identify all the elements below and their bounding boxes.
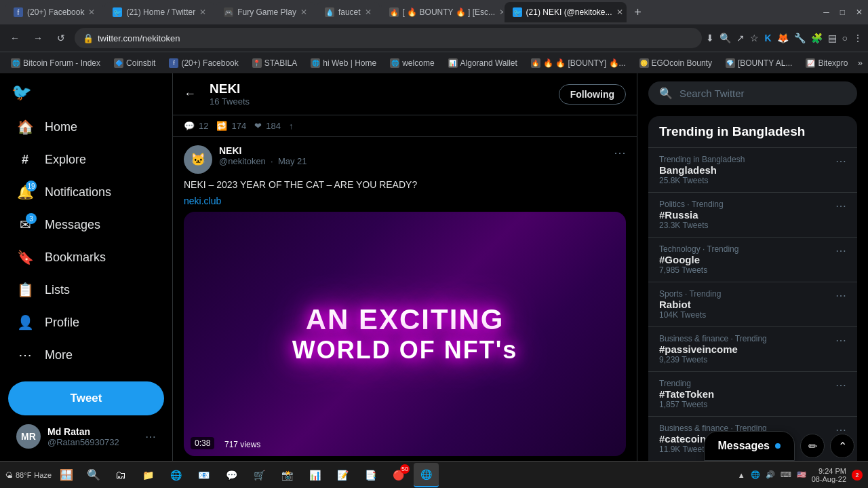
tab-faucet[interactable]: 💧 faucet ✕ <box>317 2 380 22</box>
notification-dot[interactable]: 2 <box>852 470 863 481</box>
following-button[interactable]: Following <box>559 84 626 105</box>
taskbar-clock[interactable]: 9:24 PM 08-Aug-22 <box>812 467 846 483</box>
tab-fury[interactable]: 🎮 Fury Game Play ✕ <box>216 2 315 22</box>
new-tab-button[interactable]: + <box>628 2 648 22</box>
taskbar-app-store[interactable]: 🛒 <box>247 463 272 487</box>
trend-more-icon[interactable]: ⋯ <box>835 244 846 257</box>
taskbar-app-excel[interactable]: 📊 <box>302 463 328 487</box>
sidebar-item-home[interactable]: 🏠 Home <box>8 111 164 143</box>
tab-facebook[interactable]: f (20+) Facebook ✕ <box>5 2 103 22</box>
trend-item-rabiot[interactable]: Sports · Trending Rabiot 104K Tweets ⋯ <box>648 282 857 326</box>
twitter-logo[interactable]: 🐦 <box>8 79 35 106</box>
tab-close[interactable]: ✕ <box>88 7 95 17</box>
minimize-button[interactable]: ─ <box>823 7 829 17</box>
tweet-link[interactable]: neki.club <box>184 195 626 206</box>
extension3-icon[interactable]: 🧩 <box>811 33 823 43</box>
share-icon[interactable]: ↗ <box>736 33 745 43</box>
more-bookmarks-button[interactable]: » <box>858 58 863 68</box>
taskbar-start-button[interactable]: 🪟 <box>54 463 79 487</box>
tab-close[interactable]: ✕ <box>499 7 503 17</box>
taskbar-search-button[interactable]: 🔍 <box>81 463 106 487</box>
tweet-button[interactable]: Tweet <box>8 381 164 415</box>
messages-compose-button[interactable]: ✏ <box>800 434 825 458</box>
sidebar-item-messages[interactable]: ✉ 3 Messages <box>8 209 164 240</box>
tab-close[interactable]: ✕ <box>300 7 307 17</box>
tab-close[interactable]: ✕ <box>199 7 206 17</box>
bookmark-star-icon[interactable]: ☆ <box>750 33 759 43</box>
sidebar-item-lists[interactable]: 📋 Lists <box>8 274 164 305</box>
trend-more-icon[interactable]: ⋯ <box>835 200 846 212</box>
bookmark-facebook[interactable]: f (20+) Facebook <box>163 55 243 71</box>
bookmark-bounty[interactable]: 🔥 🔥 🔥 [BOUNTY] 🔥... <box>526 55 631 71</box>
tweet-media[interactable]: AN EXCITING WORLD OF NFT's 0:38 717 view… <box>184 212 626 456</box>
taskbar-app-camera[interactable]: 📸 <box>275 463 300 487</box>
extension-icon[interactable]: 🦊 <box>777 33 789 43</box>
close-button[interactable]: ✕ <box>856 7 863 17</box>
extension2-icon[interactable]: 🔧 <box>794 33 806 43</box>
trend-more-icon[interactable]: ⋯ <box>835 155 846 168</box>
tab-neki-active[interactable]: 🐦 (21) NEKI (@nekitoke... ✕ <box>505 2 627 22</box>
bookmark-coinsbit[interactable]: 🔷 Coinsbit <box>108 55 161 71</box>
user-menu-dots-icon[interactable]: ⋯ <box>145 430 156 443</box>
trend-item-passiveincome[interactable]: Business & finance · Trending #passivein… <box>648 326 857 371</box>
search-toolbar-icon[interactable]: 🔍 <box>719 33 731 43</box>
network-icon[interactable]: 🌐 <box>751 470 760 479</box>
sidebar-item-more[interactable]: ⋯ More <box>8 339 164 371</box>
lang-icon[interactable]: 🇺🇸 <box>797 470 806 479</box>
sidebar-item-bookmarks[interactable]: 🔖 Bookmarks <box>8 242 164 273</box>
bookmark-stabila[interactable]: 📍 STABILA <box>247 55 302 71</box>
tweet-author-avatar[interactable]: 🐱 <box>184 145 212 174</box>
tab-close[interactable]: ✕ <box>616 7 623 17</box>
maximize-button[interactable]: □ <box>840 7 845 17</box>
extensions-puzzle-icon[interactable]: K <box>764 33 771 43</box>
keyboard-icon[interactable]: ⌨ <box>781 470 791 479</box>
stat-replies[interactable]: 💬 12 <box>184 121 208 131</box>
bookmark-egocoin[interactable]: 🪙 EGOcoin Bounty <box>634 55 717 71</box>
show-hidden-icons[interactable]: ▲ <box>738 471 745 479</box>
back-button[interactable]: ← <box>184 87 196 101</box>
tab-close[interactable]: ✕ <box>365 7 372 17</box>
trend-item-bangladesh[interactable]: Trending in Bangladesh Bangladesh 25.8K … <box>648 147 857 192</box>
reload-nav-button[interactable]: ↺ <box>52 29 71 48</box>
trend-more-icon[interactable]: ⋯ <box>835 379 846 392</box>
address-bar[interactable]: 🔒 twitter.com/nekitoken <box>75 28 702 48</box>
tab-twitter-home[interactable]: 🐦 (21) Home / Twitter ✕ <box>104 2 214 22</box>
bookmark-hi[interactable]: 🌐 hi Web | Home <box>305 55 382 71</box>
back-nav-button[interactable]: ← <box>5 29 24 48</box>
messages-bubble[interactable]: Messages <box>704 431 795 461</box>
sidebar-icon[interactable]: ▤ <box>828 33 837 43</box>
search-box[interactable]: 🔍 <box>648 81 857 105</box>
taskbar-app-word[interactable]: 📝 <box>330 463 355 487</box>
taskbar-app-edge[interactable]: 🌐 <box>163 463 189 487</box>
sidebar-item-profile[interactable]: 👤 Profile <box>8 307 164 338</box>
bookmark-bounty2[interactable]: 💎 [BOUNTY AL... <box>720 55 797 71</box>
stat-likes[interactable]: ❤ 184 <box>254 121 281 131</box>
taskbar-app-bounty[interactable]: 🔴 50 <box>386 463 411 487</box>
tweet-more-icon[interactable]: ⋯ <box>614 145 626 160</box>
forward-nav-button[interactable]: → <box>28 29 47 48</box>
taskbar-app-mail[interactable]: 📧 <box>191 463 216 487</box>
bookmark-bitcoin-forum[interactable]: 🌐 Bitcoin Forum - Index <box>5 55 106 71</box>
taskbar-app-files[interactable]: 📁 <box>136 463 161 487</box>
stat-retweets[interactable]: 🔁 174 <box>216 121 246 131</box>
taskbar-app-docs[interactable]: 📑 <box>358 463 383 487</box>
trend-more-icon[interactable]: ⋯ <box>835 289 846 302</box>
profile-circle-icon[interactable]: ○ <box>842 33 848 43</box>
taskbar-taskview-button[interactable]: 🗂 <box>108 463 133 487</box>
trend-more-icon[interactable]: ⋯ <box>835 334 846 347</box>
menu-dots-icon[interactable]: ⋮ <box>853 33 863 43</box>
tab-bounty[interactable]: 🔥 [ 🔥 BOUNTY 🔥 ] [Esc... ✕ <box>381 2 503 22</box>
user-profile-area[interactable]: MR Md Ratan @Ratan56930732 ⋯ <box>8 417 164 455</box>
sidebar-item-notifications[interactable]: 🔔 19 Notifications <box>8 176 164 208</box>
trend-item-russia[interactable]: Politics · Trending #Russia 23.3K Tweets… <box>648 192 857 237</box>
trend-item-google[interactable]: Technology · Trending #Google 7,985 Twee… <box>648 237 857 282</box>
taskbar-app-teams[interactable]: 💬 <box>219 463 244 487</box>
search-input[interactable] <box>679 88 846 99</box>
bookmark-welcome[interactable]: 🌐 welcome <box>384 55 439 71</box>
volume-icon[interactable]: 🔊 <box>766 470 775 479</box>
trend-item-tatetoken[interactable]: Trending #TateToken 1,857 Tweets ⋯ <box>648 371 857 416</box>
taskbar-app-chrome[interactable]: 🌐 <box>414 463 439 487</box>
bookmark-bitexpro[interactable]: 📈 Bitexpro <box>800 55 853 71</box>
messages-collapse-button[interactable]: ⌃ <box>830 434 854 458</box>
stat-share[interactable]: ↑ <box>289 121 294 131</box>
